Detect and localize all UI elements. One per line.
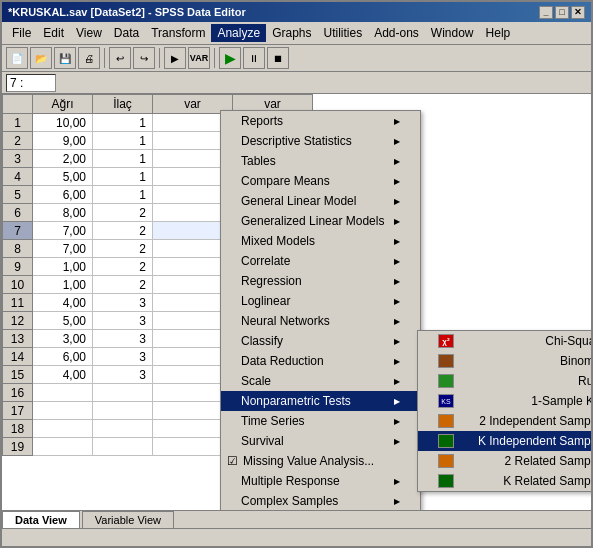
menu-complex-samples[interactable]: Complex Samples [221,491,420,510]
undo-button[interactable]: ↩ [109,47,131,69]
content-area: Ağrı İlaç var var 110,001 29,001 32,001 … [2,72,591,510]
menu-binomial[interactable]: Binomial... [418,351,591,371]
menu-missing-value[interactable]: ☑Missing Value Analysis... [221,451,420,471]
binomial-icon [438,354,454,368]
title-bar: *KRUSKAL.sav [DataSet2] - SPSS Data Edit… [2,2,591,22]
menu-edit[interactable]: Edit [37,24,70,42]
menu-survival[interactable]: Survival [221,431,420,451]
open-button[interactable]: 📂 [30,47,52,69]
col-header-ilac[interactable]: İlaç [93,95,153,114]
stop-button[interactable]: ⏹ [267,47,289,69]
window-controls: _ □ ✕ [539,6,585,19]
main-window: *KRUSKAL.sav [DataSet2] - SPSS Data Edit… [0,0,593,548]
print-icon: 🖨 [84,53,94,64]
menu-k-related-samples[interactable]: K Related Samples... [418,471,591,491]
stop-icon: ⏹ [273,53,283,64]
menu-reports[interactable]: Reports [221,111,420,131]
menu-mixed[interactable]: Mixed Models [221,231,420,251]
analyze-dropdown: Reports Descriptive Statistics Tables Co… [220,110,421,510]
menu-k-indep-samples[interactable]: K Independent Samples... [418,431,591,451]
print-button[interactable]: 🖨 [78,47,100,69]
menu-graphs[interactable]: Graphs [266,24,317,42]
var-icon: VAR [190,53,208,63]
toolbar: 📄 📂 💾 🖨 ↩ ↪ ▶ VAR ▶ ⏸ ⏹ [2,45,591,72]
goto-button[interactable]: ▶ [164,47,186,69]
menu-genlin[interactable]: Generalized Linear Models [221,211,420,231]
menu-timeseries[interactable]: Time Series [221,411,420,431]
tab-data-view[interactable]: Data View [2,511,80,528]
tab-bar: Data View Variable View [2,510,591,528]
menu-2indep-samples[interactable]: 2 Independent Samples... [418,411,591,431]
run-button[interactable]: ▶ [219,47,241,69]
menu-utilities[interactable]: Utilities [317,24,368,42]
menu-file[interactable]: File [6,24,37,42]
save-button[interactable]: 💾 [54,47,76,69]
menu-nonparam[interactable]: Nonparametric Tests [221,391,420,411]
menu-tables[interactable]: Tables [221,151,420,171]
var-button[interactable]: VAR [188,47,210,69]
ind2-icon [438,414,454,428]
menu-multiple-response[interactable]: Multiple Response [221,471,420,491]
menu-runs[interactable]: Runs... [418,371,591,391]
close-button[interactable]: ✕ [571,6,585,19]
status-bar [2,528,591,546]
ks1-icon: KS [438,394,454,408]
tab-variable-view[interactable]: Variable View [82,511,174,528]
minimize-button[interactable]: _ [539,6,553,19]
menu-regression[interactable]: Regression [221,271,420,291]
menu-compare-means[interactable]: Compare Means [221,171,420,191]
menu-2related-samples[interactable]: 2 Related Samples... [418,451,591,471]
run-icon: ▶ [225,50,236,66]
goto-icon: ▶ [171,53,179,64]
menu-addons[interactable]: Add-ons [368,24,425,42]
menu-chi-square[interactable]: χ²Chi-Square... [418,331,591,351]
krel-icon [438,474,454,488]
pause-button[interactable]: ⏸ [243,47,265,69]
toolbar-separator-3 [214,48,215,68]
chi-square-icon: χ² [438,334,454,348]
menu-analyze[interactable]: Analyze [211,24,266,42]
menu-bar: File Edit View Data Transform Analyze Gr… [2,22,591,45]
cell-reference [2,72,591,94]
menu-data[interactable]: Data [108,24,145,42]
kind-icon [438,434,454,448]
redo-button[interactable]: ↪ [133,47,155,69]
runs-icon [438,374,454,388]
open-icon: 📂 [35,53,47,64]
nonparam-dropdown: χ²Chi-Square... Binomial... Runs... KS1-… [417,330,591,492]
menu-view[interactable]: View [70,24,108,42]
status-text [8,532,11,544]
menu-glm[interactable]: General Linear Model [221,191,420,211]
menu-transform[interactable]: Transform [145,24,211,42]
undo-icon: ↩ [116,53,124,64]
new-button[interactable]: 📄 [6,47,28,69]
window-title: *KRUSKAL.sav [DataSet2] - SPSS Data Edit… [8,6,246,18]
menu-classify[interactable]: Classify [221,331,420,351]
col-header-agri[interactable]: Ağrı [33,95,93,114]
menu-data-reduction[interactable]: Data Reduction [221,351,420,371]
pause-icon: ⏸ [249,53,259,64]
checkmark-icon: ☑ [225,454,239,468]
menu-correlate[interactable]: Correlate [221,251,420,271]
toolbar-separator-2 [159,48,160,68]
toolbar-separator-1 [104,48,105,68]
new-icon: 📄 [11,53,23,64]
menu-help[interactable]: Help [480,24,517,42]
rel2-icon [438,454,454,468]
menu-scale[interactable]: Scale [221,371,420,391]
cell-ref-input[interactable] [6,74,56,92]
maximize-button[interactable]: □ [555,6,569,19]
menu-1sample-ks[interactable]: KS1-Sample K-S... [418,391,591,411]
menu-loglinear[interactable]: Loglinear [221,291,420,311]
menu-window[interactable]: Window [425,24,480,42]
menu-descriptive[interactable]: Descriptive Statistics [221,131,420,151]
redo-icon: ↪ [140,53,148,64]
col-header-rownum[interactable] [3,95,33,114]
save-icon: 💾 [59,53,71,64]
menu-neural[interactable]: Neural Networks [221,311,420,331]
